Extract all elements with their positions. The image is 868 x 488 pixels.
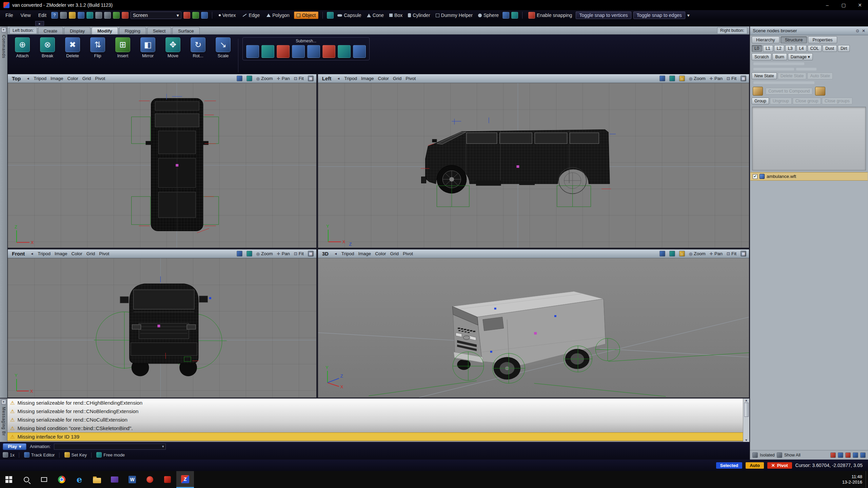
minimize-button[interactable]: –: [819, 0, 835, 10]
viewport-title[interactable]: Front: [11, 251, 26, 257]
lod-l3-button[interactable]: L3: [785, 45, 795, 52]
viewport-title[interactable]: Top: [11, 76, 22, 81]
render-icon[interactable]: [122, 12, 129, 19]
break-button[interactable]: ⊗ Break: [37, 37, 58, 58]
viewport-front-canvas[interactable]: YX: [8, 258, 316, 398]
close-group-button[interactable]: Close group: [793, 98, 821, 104]
insert-button[interactable]: ⊞ Insert: [112, 37, 134, 58]
vp-menu-grid[interactable]: Grid: [393, 76, 402, 81]
group-button[interactable]: Group: [752, 98, 769, 104]
vp-menu-color[interactable]: Color: [72, 251, 82, 256]
zoom-control[interactable]: ◎ Zoom: [689, 251, 706, 256]
grid-helper-icon[interactable]: [502, 12, 509, 19]
viewport-title[interactable]: Left: [321, 76, 333, 81]
shading-toggle-icon[interactable]: [669, 76, 675, 81]
delete-state-button[interactable]: Delete State: [778, 73, 807, 79]
scroll-up-icon[interactable]: ▲: [745, 399, 748, 402]
save-file-icon[interactable]: [78, 12, 84, 19]
submesh-tool-icon[interactable]: [338, 45, 351, 58]
settings-icon[interactable]: [113, 12, 120, 19]
pan-control[interactable]: ✛ Pan: [277, 251, 290, 256]
rotate-button[interactable]: ↻ Rot...: [187, 37, 209, 58]
playback-speed-control[interactable]: 1x: [3, 452, 15, 458]
tab-hierarchy[interactable]: Hierarchy: [752, 36, 780, 43]
start-button[interactable]: [0, 471, 18, 488]
vp-menu-image[interactable]: Image: [55, 251, 67, 256]
scroll-down-icon[interactable]: ▼: [745, 439, 748, 442]
lod-dirt-button[interactable]: Dirt: [838, 45, 850, 52]
lighting-icon[interactable]: ☼: [679, 251, 685, 257]
filter-red-icon[interactable]: [830, 452, 836, 458]
fit-control[interactable]: ⊡ Fit: [727, 251, 736, 256]
convert-to-compound-button[interactable]: Convert to Compound: [766, 88, 812, 95]
lod-dust-button[interactable]: Dust: [823, 45, 837, 52]
submesh-tool-icon[interactable]: [277, 45, 290, 58]
submesh-tool-icon[interactable]: [261, 45, 274, 58]
pin-panel-icon[interactable]: ⊙: [856, 28, 859, 33]
message-row[interactable]: ⚠ Missing bind condition "core::bind::CS…: [7, 424, 743, 432]
grid-toggle-icon[interactable]: ▦: [308, 251, 314, 257]
viewport-title[interactable]: 3D: [321, 251, 330, 257]
viewport-3d-canvas[interactable]: YX Z: [318, 258, 749, 398]
taskbar-chrome[interactable]: [53, 471, 71, 488]
vp-menu-color[interactable]: Color: [67, 76, 78, 81]
submesh-tool-icon[interactable]: [292, 45, 305, 58]
lod-l0-button[interactable]: L0: [752, 45, 762, 52]
axis-x-toggle-icon[interactable]: [183, 12, 190, 19]
attach-button[interactable]: ⊕ Attach: [12, 37, 33, 58]
flip-button[interactable]: ⇅ Flip: [87, 37, 108, 58]
close-commands-icon[interactable]: ✕: [1, 27, 6, 32]
menu-view[interactable]: View: [18, 13, 34, 18]
submesh-tool-icon[interactable]: [246, 45, 259, 58]
scene-list-empty-area[interactable]: [750, 181, 868, 450]
taskbar-clock[interactable]: 11:48 13-2-2016: [842, 471, 866, 488]
screen-mode-select[interactable]: Screen ▾: [131, 12, 181, 19]
mirror-button[interactable]: ◧ Mirror: [137, 37, 159, 58]
wireframe-toggle-icon[interactable]: [237, 251, 242, 257]
message-row[interactable]: ⚠ Missing serializeable for rend::CHighB…: [7, 399, 743, 407]
primitive-capsule-button[interactable]: Capsule: [336, 12, 363, 19]
viewport-back-icon[interactable]: ◄: [337, 77, 340, 80]
tab-surface[interactable]: Surface: [172, 27, 200, 34]
pan-control[interactable]: ✛ Pan: [277, 76, 290, 81]
animation-select[interactable]: ▾: [54, 444, 166, 450]
submesh-tool-icon[interactable]: [307, 45, 320, 58]
scene-tree-view[interactable]: [752, 107, 866, 170]
tab-modify[interactable]: Modify: [92, 27, 118, 34]
vp-menu-grid[interactable]: Grid: [86, 251, 95, 256]
viewport-top-canvas[interactable]: ZX: [8, 83, 316, 248]
new-state-button[interactable]: New State: [752, 73, 777, 79]
taskbar-file-explorer[interactable]: [88, 471, 106, 488]
details-view-icon[interactable]: [860, 452, 866, 458]
close-groups-button[interactable]: Close groups: [822, 98, 852, 104]
curve-tool-icon[interactable]: [511, 12, 518, 19]
toggle-snap-edges-button[interactable]: Toggle snap to edges: [633, 12, 685, 19]
show-desktop-button[interactable]: [866, 471, 868, 488]
new-scene-icon[interactable]: [60, 12, 67, 19]
tab-select[interactable]: Select: [147, 27, 172, 34]
pan-control[interactable]: ✛ Pan: [710, 76, 723, 81]
taskbar-zmodeler[interactable]: [176, 471, 194, 488]
lod-l2-button[interactable]: L2: [774, 45, 784, 52]
shading-toggle-icon[interactable]: [246, 251, 252, 257]
toolbar-more-icon[interactable]: ▾: [687, 13, 690, 18]
track-editor-button[interactable]: Track Editor: [24, 452, 55, 458]
maximize-button[interactable]: ▢: [835, 0, 852, 10]
filter-blue-icon[interactable]: [838, 452, 843, 458]
primitive-dummy-helper-button[interactable]: Dummy Helper: [434, 12, 474, 19]
menu-file[interactable]: File: [3, 13, 16, 18]
delete-button[interactable]: ✖ Delete: [62, 37, 83, 58]
primitive-cylinder-button[interactable]: Cylinder: [406, 12, 432, 19]
wireframe-toggle-icon[interactable]: [659, 76, 665, 81]
axis-y-toggle-icon[interactable]: [192, 12, 199, 19]
grid-toggle-icon[interactable]: ▦: [741, 76, 746, 81]
vp-menu-grid[interactable]: Grid: [82, 76, 91, 81]
vp-menu-color[interactable]: Color: [378, 76, 389, 81]
vp-menu-grid[interactable]: Grid: [390, 251, 399, 256]
mode-object-button[interactable]: Object: [294, 12, 318, 19]
tab-properties[interactable]: Properties: [808, 36, 837, 43]
show-all-button[interactable]: Show All: [784, 453, 801, 458]
import-icon[interactable]: [86, 12, 93, 19]
mode-polygon-button[interactable]: Polygon: [264, 12, 292, 19]
mode-edge-button[interactable]: Edge: [240, 12, 262, 19]
